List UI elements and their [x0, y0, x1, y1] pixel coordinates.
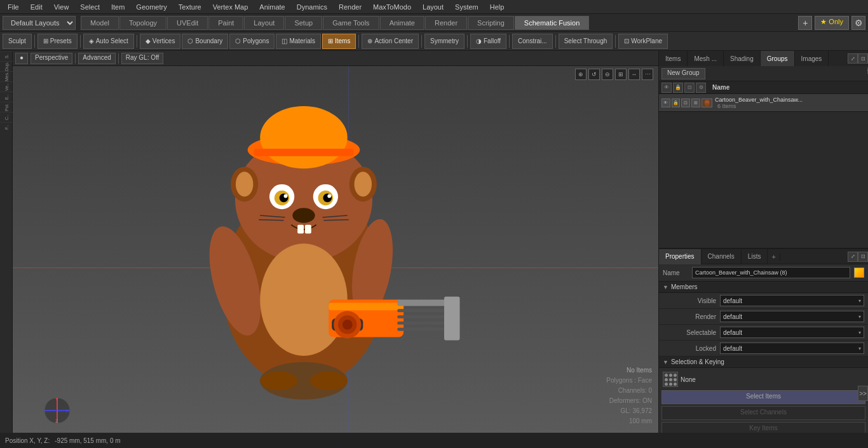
tab-properties[interactable]: Properties [659, 249, 702, 264]
tab-setup[interactable]: Setup [285, 16, 322, 30]
select-through-button[interactable]: Select Through [559, 34, 613, 49]
tab-model[interactable]: Model [81, 16, 119, 30]
layout-dropdown[interactable]: Default Layouts [3, 16, 76, 30]
sidebar-item-pol[interactable]: Pol. [0, 102, 13, 112]
select-channels-button[interactable]: Select Channels [661, 406, 865, 420]
panel-maximize-btn[interactable]: ⤢ [848, 53, 858, 64]
group-lock-icon[interactable]: 🔒 [672, 98, 681, 107]
tab-render[interactable]: Render [425, 16, 467, 30]
tab-groups[interactable]: Groups [761, 51, 795, 66]
sidebar-item-mes[interactable]: Mes. [0, 71, 13, 81]
new-group-button[interactable]: New Group [661, 68, 705, 79]
menu-item-help[interactable]: Help [485, 2, 510, 12]
menu-item-maxtomodo[interactable]: MaxToModo [368, 2, 416, 12]
col-icon-lock[interactable]: 🔒 [673, 83, 683, 93]
sidebar-item-f[interactable]: F.. [0, 122, 13, 132]
presets-button[interactable]: ⊞ Presets [37, 34, 78, 49]
tab-channels[interactable]: Channels [702, 249, 742, 264]
tab-lists[interactable]: Lists [742, 249, 768, 264]
add-tab-button[interactable]: + [798, 16, 812, 30]
boundary-button[interactable]: ⬡ Boundary [182, 34, 228, 49]
sel-none-icon[interactable] [663, 372, 678, 387]
vp-icon-grid[interactable]: ⊞ [615, 69, 627, 80]
vp-icon-maximize[interactable]: ↔ [628, 69, 640, 80]
selectable-dropdown[interactable]: default ▾ [720, 327, 864, 338]
menu-item-texture[interactable]: Texture [173, 2, 207, 12]
col-icon-eye[interactable]: 👁 [661, 83, 672, 93]
polygons-button[interactable]: ⬡ Polygons [229, 34, 275, 49]
members-section-header[interactable]: ▼ Members [659, 282, 868, 293]
group-eye-icon[interactable]: 👁 [661, 98, 670, 107]
menu-item-geometry[interactable]: Geometry [131, 2, 172, 12]
menu-item-item[interactable]: Item [106, 2, 130, 12]
tab-gametools[interactable]: Game Tools [323, 16, 379, 30]
menu-item-vertexmap[interactable]: Vertex Map [208, 2, 254, 12]
groups-list-item[interactable]: 👁 🔒 ⊡ ⊞ Cartoon_Beaver_with_Chains [659, 94, 868, 112]
vp-icon-rotate[interactable]: ⊕ [575, 69, 587, 80]
vp-icon-zoom-out[interactable]: ⊖ [602, 69, 613, 80]
auto-select-button[interactable]: ◈ Auto Select [83, 34, 134, 49]
menu-item-system[interactable]: System [450, 2, 484, 12]
viewport-perspective-toggle[interactable]: ● [15, 53, 28, 64]
menu-item-edit[interactable]: Edit [25, 2, 48, 12]
menu-item-select[interactable]: Select [75, 2, 105, 12]
group-mesh-icon[interactable]: ⊡ [681, 98, 690, 107]
menu-item-file[interactable]: File [3, 2, 24, 12]
panel-expand-btn[interactable]: >> [858, 386, 868, 401]
tab-paint[interactable]: Paint [208, 16, 243, 30]
menu-item-view[interactable]: View [49, 2, 74, 12]
col-icon-settings[interactable]: ⚙ [696, 83, 706, 93]
name-input[interactable] [692, 267, 850, 278]
props-restore-btn[interactable]: ⊡ [858, 252, 868, 262]
sidebar-item-e[interactable]: E.. [0, 92, 13, 102]
render-dropdown[interactable]: default ▾ [720, 311, 864, 322]
panel-restore-btn[interactable]: ⊡ [858, 53, 868, 64]
viewport[interactable]: No Items Polygons : Face Channels: 0 Def… [13, 66, 658, 433]
menu-item-layout[interactable]: Layout [417, 2, 449, 12]
locked-dropdown[interactable]: default ▾ [720, 343, 864, 354]
col-icon-mesh[interactable]: ⊡ [684, 83, 695, 93]
tab-topology[interactable]: Topology [119, 16, 166, 30]
symmetry-button[interactable]: Symmetry [424, 34, 465, 49]
tab-mesh[interactable]: Mesh ... [688, 51, 724, 66]
sidebar-item-ve[interactable]: Ve.. [0, 81, 13, 92]
constraints-button[interactable]: Constrai... [512, 34, 553, 49]
tab-scripting[interactable]: Scripting [468, 16, 514, 30]
group-cam-icon[interactable]: ⊞ [691, 98, 700, 107]
workplane-button[interactable]: ⊡ WorkPlane [618, 34, 668, 49]
menu-item-dynamics[interactable]: Dynamics [292, 2, 332, 12]
visible-dropdown[interactable]: default ▾ [720, 295, 864, 306]
tab-animate[interactable]: Animate [380, 16, 424, 30]
vp-icon-more[interactable]: ⋯ [642, 69, 653, 80]
tab-images[interactable]: Images [795, 51, 829, 66]
tab-items[interactable]: Items [659, 51, 688, 66]
key-items-button[interactable]: Key Items [661, 422, 865, 433]
sidebar-item-dup[interactable]: Dup. [0, 61, 13, 71]
action-center-button[interactable]: ⊕ Action Center [362, 34, 419, 49]
only-button[interactable]: ★ Only [815, 16, 849, 30]
select-items-button[interactable]: Select Items [661, 390, 865, 404]
settings-button[interactable]: ⚙ [851, 16, 865, 30]
materials-button[interactable]: ◫ Materials [276, 34, 321, 49]
sculpt-button[interactable]: Sculpt [3, 34, 32, 49]
sel-keying-header[interactable]: ▼ Selection & Keying [659, 356, 868, 368]
sidebar-item-c[interactable]: C.. [0, 112, 13, 122]
sidebar-item-s[interactable]: S. [0, 51, 13, 61]
menu-item-render[interactable]: Render [334, 2, 367, 12]
tab-shading[interactable]: Shading [724, 51, 761, 66]
vertices-button[interactable]: ◆ Vertices [140, 34, 181, 49]
items-button[interactable]: ⊞ Items [322, 34, 356, 49]
props-maximize-btn[interactable]: ⤢ [848, 252, 858, 262]
tab-uvedit[interactable]: UVEdit [167, 16, 208, 30]
texture-indicator[interactable] [854, 268, 864, 278]
viewport-perspective-label[interactable]: Perspective [31, 53, 72, 64]
tab-schematic-fusion[interactable]: Schematic Fusion [515, 16, 589, 30]
tab-layout[interactable]: Layout [244, 16, 284, 30]
group-img-icon[interactable] [702, 98, 713, 107]
falloff-button[interactable]: ◑ Falloff [470, 34, 506, 49]
props-tab-plus[interactable]: + [768, 253, 780, 261]
viewport-raygl-button[interactable]: Ray GL: Off [121, 53, 164, 64]
vp-icon-reset[interactable]: ↺ [588, 69, 600, 80]
menu-item-animate[interactable]: Animate [254, 2, 290, 12]
viewport-advanced-button[interactable]: Advanced [78, 53, 115, 64]
